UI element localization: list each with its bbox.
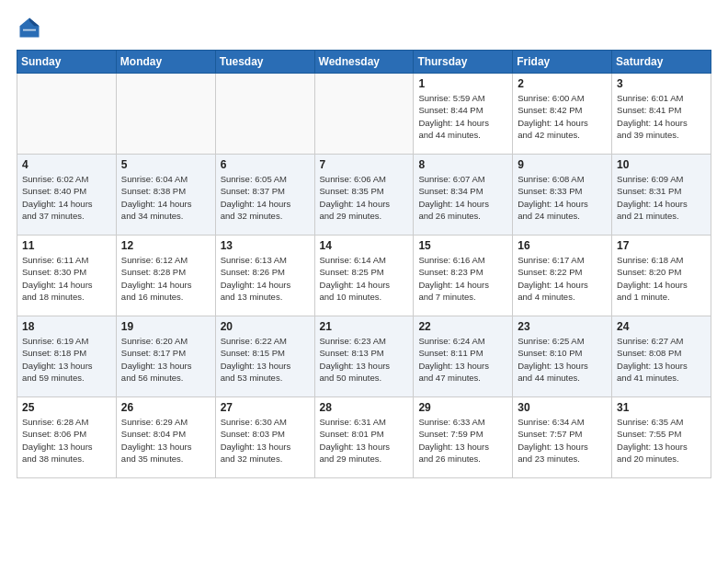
header <box>17 15 711 40</box>
day-info: Sunrise: 6:33 AM Sunset: 7:59 PM Dayligh… <box>418 416 507 465</box>
day-cell-18: 18Sunrise: 6:19 AM Sunset: 8:18 PM Dayli… <box>17 316 117 397</box>
page: SundayMondayTuesdayWednesdayThursdayFrid… <box>0 0 728 563</box>
day-number: 24 <box>617 320 706 333</box>
empty-cell <box>17 74 117 155</box>
svg-rect-2 <box>23 29 36 31</box>
day-info: Sunrise: 6:11 AM Sunset: 8:30 PM Dayligh… <box>22 254 111 303</box>
day-cell-20: 20Sunrise: 6:22 AM Sunset: 8:15 PM Dayli… <box>215 316 314 397</box>
day-info: Sunrise: 6:01 AM Sunset: 8:41 PM Dayligh… <box>617 92 706 141</box>
day-info: Sunrise: 6:12 AM Sunset: 8:28 PM Dayligh… <box>121 254 210 303</box>
day-number: 29 <box>418 401 507 414</box>
day-header-thursday: Thursday <box>414 51 513 74</box>
day-info: Sunrise: 6:18 AM Sunset: 8:20 PM Dayligh… <box>617 254 706 303</box>
day-info: Sunrise: 6:05 AM Sunset: 8:37 PM Dayligh… <box>221 173 310 222</box>
day-cell-10: 10Sunrise: 6:09 AM Sunset: 8:31 PM Dayli… <box>612 155 711 236</box>
day-number: 11 <box>22 239 111 252</box>
day-info: Sunrise: 6:34 AM Sunset: 7:57 PM Dayligh… <box>518 416 607 465</box>
day-cell-23: 23Sunrise: 6:25 AM Sunset: 8:10 PM Dayli… <box>513 316 612 397</box>
day-info: Sunrise: 6:14 AM Sunset: 8:25 PM Dayligh… <box>320 254 409 303</box>
day-cell-1: 1Sunrise: 5:59 AM Sunset: 8:44 PM Daylig… <box>414 74 513 155</box>
day-cell-22: 22Sunrise: 6:24 AM Sunset: 8:11 PM Dayli… <box>414 316 513 397</box>
day-number: 5 <box>121 158 210 171</box>
day-header-friday: Friday <box>513 51 612 74</box>
day-cell-5: 5Sunrise: 6:04 AM Sunset: 8:38 PM Daylig… <box>116 155 215 236</box>
day-number: 6 <box>221 158 310 171</box>
empty-cell <box>116 74 215 155</box>
day-header-saturday: Saturday <box>612 51 711 74</box>
day-cell-3: 3Sunrise: 6:01 AM Sunset: 8:41 PM Daylig… <box>612 74 711 155</box>
day-cell-9: 9Sunrise: 6:08 AM Sunset: 8:33 PM Daylig… <box>513 155 612 236</box>
day-info: Sunrise: 6:30 AM Sunset: 8:03 PM Dayligh… <box>221 416 310 465</box>
day-number: 23 <box>518 320 607 333</box>
day-header-wednesday: Wednesday <box>314 51 414 74</box>
day-header-monday: Monday <box>116 51 215 74</box>
day-info: Sunrise: 6:27 AM Sunset: 8:08 PM Dayligh… <box>617 335 706 384</box>
day-info: Sunrise: 6:16 AM Sunset: 8:23 PM Dayligh… <box>418 254 507 303</box>
day-info: Sunrise: 6:28 AM Sunset: 8:06 PM Dayligh… <box>22 416 111 465</box>
day-number: 4 <box>22 158 111 171</box>
week-row-4: 18Sunrise: 6:19 AM Sunset: 8:18 PM Dayli… <box>17 316 711 397</box>
week-row-1: 1Sunrise: 5:59 AM Sunset: 8:44 PM Daylig… <box>17 74 711 155</box>
logo-icon <box>17 15 42 40</box>
day-number: 16 <box>518 239 607 252</box>
day-number: 12 <box>121 239 210 252</box>
day-info: Sunrise: 6:17 AM Sunset: 8:22 PM Dayligh… <box>518 254 607 303</box>
day-number: 27 <box>221 401 310 414</box>
day-number: 28 <box>320 401 409 414</box>
day-number: 19 <box>121 320 210 333</box>
calendar-table: SundayMondayTuesdayWednesdayThursdayFrid… <box>17 50 711 478</box>
day-cell-13: 13Sunrise: 6:13 AM Sunset: 8:26 PM Dayli… <box>215 236 314 316</box>
day-info: Sunrise: 6:31 AM Sunset: 8:01 PM Dayligh… <box>320 416 409 465</box>
day-cell-21: 21Sunrise: 6:23 AM Sunset: 8:13 PM Dayli… <box>314 316 414 397</box>
day-cell-7: 7Sunrise: 6:06 AM Sunset: 8:35 PM Daylig… <box>314 155 414 236</box>
day-number: 9 <box>518 158 607 171</box>
day-cell-14: 14Sunrise: 6:14 AM Sunset: 8:25 PM Dayli… <box>314 236 414 316</box>
week-row-2: 4Sunrise: 6:02 AM Sunset: 8:40 PM Daylig… <box>17 155 711 236</box>
day-cell-26: 26Sunrise: 6:29 AM Sunset: 8:04 PM Dayli… <box>116 397 215 478</box>
day-cell-30: 30Sunrise: 6:34 AM Sunset: 7:57 PM Dayli… <box>513 397 612 478</box>
day-info: Sunrise: 6:29 AM Sunset: 8:04 PM Dayligh… <box>121 416 210 465</box>
day-info: Sunrise: 6:19 AM Sunset: 8:18 PM Dayligh… <box>22 335 111 384</box>
day-cell-16: 16Sunrise: 6:17 AM Sunset: 8:22 PM Dayli… <box>513 236 612 316</box>
day-cell-12: 12Sunrise: 6:12 AM Sunset: 8:28 PM Dayli… <box>116 236 215 316</box>
day-cell-11: 11Sunrise: 6:11 AM Sunset: 8:30 PM Dayli… <box>17 236 117 316</box>
day-header-tuesday: Tuesday <box>215 51 314 74</box>
day-number: 26 <box>121 401 210 414</box>
day-cell-6: 6Sunrise: 6:05 AM Sunset: 8:37 PM Daylig… <box>215 155 314 236</box>
day-cell-8: 8Sunrise: 6:07 AM Sunset: 8:34 PM Daylig… <box>414 155 513 236</box>
day-number: 20 <box>221 320 310 333</box>
day-number: 13 <box>221 239 310 252</box>
day-cell-31: 31Sunrise: 6:35 AM Sunset: 7:55 PM Dayli… <box>612 397 711 478</box>
day-info: Sunrise: 6:04 AM Sunset: 8:38 PM Dayligh… <box>121 173 210 222</box>
days-header-row: SundayMondayTuesdayWednesdayThursdayFrid… <box>17 51 711 74</box>
day-cell-15: 15Sunrise: 6:16 AM Sunset: 8:23 PM Dayli… <box>414 236 513 316</box>
day-number: 21 <box>320 320 409 333</box>
day-cell-24: 24Sunrise: 6:27 AM Sunset: 8:08 PM Dayli… <box>612 316 711 397</box>
day-header-sunday: Sunday <box>17 51 117 74</box>
day-number: 25 <box>22 401 111 414</box>
day-cell-4: 4Sunrise: 6:02 AM Sunset: 8:40 PM Daylig… <box>17 155 117 236</box>
day-info: Sunrise: 6:07 AM Sunset: 8:34 PM Dayligh… <box>418 173 507 222</box>
day-info: Sunrise: 6:24 AM Sunset: 8:11 PM Dayligh… <box>418 335 507 384</box>
day-number: 14 <box>320 239 409 252</box>
day-info: Sunrise: 6:20 AM Sunset: 8:17 PM Dayligh… <box>121 335 210 384</box>
day-number: 15 <box>418 239 507 252</box>
day-cell-19: 19Sunrise: 6:20 AM Sunset: 8:17 PM Dayli… <box>116 316 215 397</box>
day-info: Sunrise: 6:13 AM Sunset: 8:26 PM Dayligh… <box>221 254 310 303</box>
day-cell-28: 28Sunrise: 6:31 AM Sunset: 8:01 PM Dayli… <box>314 397 414 478</box>
day-info: Sunrise: 6:25 AM Sunset: 8:10 PM Dayligh… <box>518 335 607 384</box>
logo <box>17 15 46 40</box>
day-number: 3 <box>617 77 706 90</box>
day-number: 10 <box>617 158 706 171</box>
day-number: 22 <box>418 320 507 333</box>
day-number: 7 <box>320 158 409 171</box>
empty-cell <box>215 74 314 155</box>
day-info: Sunrise: 6:08 AM Sunset: 8:33 PM Dayligh… <box>518 173 607 222</box>
day-number: 8 <box>418 158 507 171</box>
day-number: 30 <box>518 401 607 414</box>
day-info: Sunrise: 6:23 AM Sunset: 8:13 PM Dayligh… <box>320 335 409 384</box>
day-info: Sunrise: 6:02 AM Sunset: 8:40 PM Dayligh… <box>22 173 111 222</box>
day-number: 31 <box>617 401 706 414</box>
day-info: Sunrise: 6:09 AM Sunset: 8:31 PM Dayligh… <box>617 173 706 222</box>
day-cell-25: 25Sunrise: 6:28 AM Sunset: 8:06 PM Dayli… <box>17 397 117 478</box>
